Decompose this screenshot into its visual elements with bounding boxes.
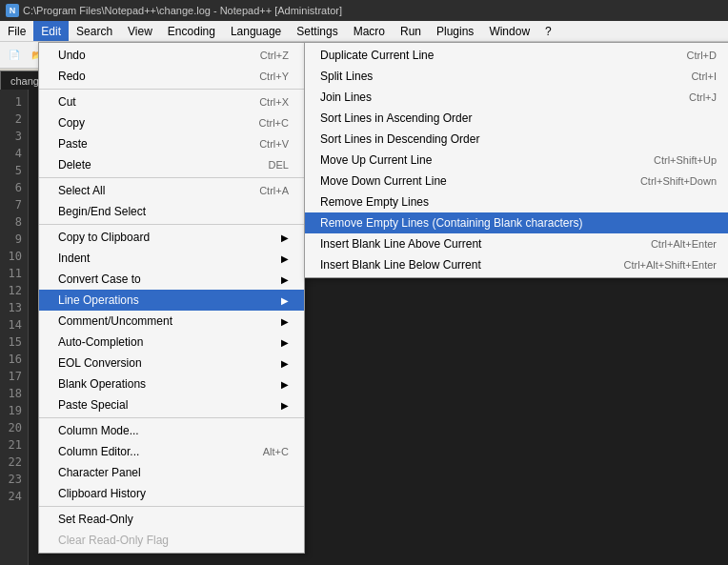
delete-label: Delete: [58, 158, 91, 172]
menu-paste[interactable]: Paste Ctrl+V: [39, 133, 304, 154]
lineops-submenu: Duplicate Current Line Ctrl+D Split Line…: [304, 42, 728, 278]
movedown-shortcut: Ctrl+Shift+Down: [640, 175, 717, 187]
menu-language[interactable]: Language: [223, 21, 289, 41]
menu-commentuncomment[interactable]: Comment/Uncomment ▶: [39, 311, 304, 332]
autocompletion-label: Auto-Completion: [58, 335, 143, 349]
commentuncomment-label: Comment/Uncomment: [58, 314, 172, 328]
indent-arrow: ▶: [281, 253, 289, 264]
menu-eolconversion[interactable]: EOL Conversion ▶: [39, 353, 304, 373]
blankops-arrow: ▶: [281, 379, 289, 390]
selectall-label: Select All: [58, 184, 105, 197]
menu-columneditor[interactable]: Column Editor... Alt+C: [39, 441, 304, 462]
insertblankbelow-label: Insert Blank Line Below Current: [320, 258, 481, 272]
redo-shortcut: Ctrl+Y: [259, 71, 289, 82]
menu-cut[interactable]: Cut Ctrl+X: [39, 91, 304, 112]
title-bar: N C:\Program Files\Notepad++\change.log …: [0, 0, 728, 21]
submenu-duplicateline[interactable]: Duplicate Current Line Ctrl+D: [305, 45, 728, 66]
menu-sep-1: [39, 89, 304, 90]
selectall-shortcut: Ctrl+A: [259, 185, 289, 196]
submenu-moveup[interactable]: Move Up Current Line Ctrl+Shift+Up: [305, 150, 728, 171]
setreadonly-label: Set Read-Only: [58, 513, 133, 526]
toolbar-new[interactable]: 📄: [4, 45, 25, 66]
menu-charpanel[interactable]: Character Panel: [39, 462, 304, 483]
menu-view[interactable]: View: [120, 21, 160, 41]
duplicateline-label: Duplicate Current Line: [320, 49, 434, 62]
menu-sep-5: [39, 506, 304, 507]
columneditor-shortcut: Alt+C: [263, 446, 289, 457]
copytoclipboard-arrow: ▶: [281, 232, 289, 243]
removeempty-label: Remove Empty Lines: [320, 195, 429, 209]
menu-copytoclipboard[interactable]: Copy to Clipboard ▶: [39, 227, 304, 248]
menu-search[interactable]: Search: [69, 21, 120, 41]
splitlines-shortcut: Ctrl+I: [691, 71, 717, 82]
menu-pastespecial[interactable]: Paste Special ▶: [39, 394, 304, 415]
menu-convertcase[interactable]: Convert Case to ▶: [39, 269, 304, 290]
pastespecial-label: Paste Special: [58, 398, 128, 412]
menu-beginend[interactable]: Begin/End Select: [39, 201, 304, 222]
cliphistory-label: Clipboard History: [58, 487, 146, 500]
menu-run[interactable]: Run: [393, 21, 429, 41]
clearreadonly-label: Clear Read-Only Flag: [58, 534, 169, 547]
menu-setreadonly[interactable]: Set Read-Only: [39, 509, 304, 530]
insertblankbelow-shortcut: Ctrl+Alt+Shift+Enter: [623, 259, 717, 271]
submenu-insertblankbelow[interactable]: Insert Blank Line Below Current Ctrl+Alt…: [305, 254, 728, 275]
paste-label: Paste: [58, 137, 88, 151]
submenu-joinlines[interactable]: Join Lines Ctrl+J: [305, 87, 728, 108]
menu-autocompletion[interactable]: Auto-Completion ▶: [39, 332, 304, 353]
joinlines-shortcut: Ctrl+J: [689, 91, 717, 103]
menu-delete[interactable]: Delete DEL: [39, 154, 304, 175]
menu-sep-3: [39, 224, 304, 225]
submenu-sortdesc[interactable]: Sort Lines in Descending Order: [305, 129, 728, 150]
eolconversion-label: EOL Conversion: [58, 356, 142, 370]
menu-help[interactable]: ?: [537, 21, 559, 41]
menu-undo[interactable]: Undo Ctrl+Z: [39, 45, 304, 66]
convertcase-arrow: ▶: [281, 274, 289, 285]
submenu-removeemptywithblank[interactable]: Remove Empty Lines (Containing Blank cha…: [305, 212, 728, 233]
cut-label: Cut: [58, 95, 76, 109]
sortdesc-label: Sort Lines in Descending Order: [320, 132, 479, 146]
menu-clearreadonly: Clear Read-Only Flag: [39, 530, 304, 551]
copy-label: Copy: [58, 116, 85, 130]
edit-menu: Undo Ctrl+Z Redo Ctrl+Y Cut Ctrl+X Copy …: [38, 42, 305, 554]
columneditor-label: Column Editor...: [58, 445, 139, 458]
menu-plugins[interactable]: Plugins: [429, 21, 481, 41]
menu-sep-2: [39, 177, 304, 178]
beginend-label: Begin/End Select: [58, 205, 146, 218]
charpanel-label: Character Panel: [58, 466, 141, 479]
menu-cliphistory[interactable]: Clipboard History: [39, 483, 304, 504]
menu-window[interactable]: Window: [481, 21, 537, 41]
movedown-label: Move Down Current Line: [320, 174, 447, 188]
submenu-removeempty[interactable]: Remove Empty Lines: [305, 192, 728, 212]
menu-file[interactable]: File: [0, 21, 33, 41]
menu-copy[interactable]: Copy Ctrl+C: [39, 112, 304, 133]
menu-indent[interactable]: Indent ▶: [39, 248, 304, 269]
indent-label: Indent: [58, 252, 90, 265]
menu-lineops[interactable]: Line Operations ▶: [39, 290, 304, 311]
menu-edit[interactable]: Edit: [33, 21, 69, 41]
undo-label: Undo: [58, 49, 86, 62]
menu-settings[interactable]: Settings: [289, 21, 345, 41]
menu-encoding[interactable]: Encoding: [160, 21, 223, 41]
menu-macro[interactable]: Macro: [346, 21, 393, 41]
insertblankabove-label: Insert Blank Line Above Current: [320, 237, 481, 251]
pastespecial-arrow: ▶: [281, 400, 289, 411]
line-numbers: 12345 678910 1112131415 1617181920 21222…: [0, 90, 29, 565]
menu-bar: File Edit Search View Encoding Language …: [0, 21, 728, 42]
cut-shortcut: Ctrl+X: [259, 96, 289, 108]
menu-columnmode[interactable]: Column Mode...: [39, 420, 304, 441]
paste-shortcut: Ctrl+V: [259, 138, 289, 150]
submenu-splitlines[interactable]: Split Lines Ctrl+I: [305, 66, 728, 87]
submenu-insertblankabove[interactable]: Insert Blank Line Above Current Ctrl+Alt…: [305, 233, 728, 254]
submenu-movedown[interactable]: Move Down Current Line Ctrl+Shift+Down: [305, 171, 728, 192]
menu-sep-4: [39, 417, 304, 418]
convertcase-label: Convert Case to: [58, 272, 141, 286]
menu-blankops[interactable]: Blank Operations ▶: [39, 373, 304, 394]
delete-shortcut: DEL: [269, 159, 289, 171]
menu-selectall[interactable]: Select All Ctrl+A: [39, 180, 304, 201]
duplicateline-shortcut: Ctrl+D: [687, 50, 717, 61]
insertblankabove-shortcut: Ctrl+Alt+Enter: [651, 238, 717, 250]
menu-redo[interactable]: Redo Ctrl+Y: [39, 66, 304, 87]
eolconversion-arrow: ▶: [281, 358, 289, 369]
moveup-shortcut: Ctrl+Shift+Up: [654, 154, 717, 166]
submenu-sortasc[interactable]: Sort Lines in Ascending Order: [305, 108, 728, 129]
